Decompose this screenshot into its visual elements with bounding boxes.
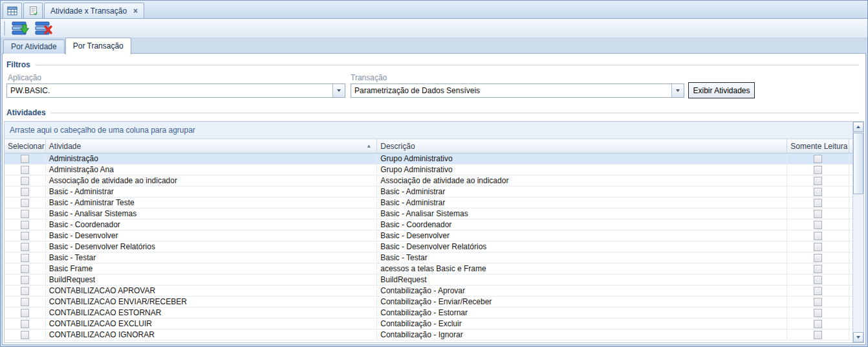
- view-tabstrip: Por Atividade Por Transação: [3, 37, 132, 54]
- scroll-up-button[interactable]: [853, 122, 863, 132]
- somente-leitura-cell: [787, 297, 849, 307]
- select-checkbox[interactable]: [21, 320, 29, 328]
- select-checkbox[interactable]: [21, 232, 29, 240]
- chevron-down-icon[interactable]: [332, 84, 345, 97]
- table-row[interactable]: Basic - CoordenadorBasic - Coordenador: [5, 219, 852, 230]
- table-row[interactable]: AdministraçãoGrupo Administrativo: [5, 153, 852, 164]
- select-checkbox[interactable]: [21, 331, 29, 339]
- sort-asc-icon: ▲: [366, 143, 371, 149]
- somente-leitura-checkbox[interactable]: [814, 188, 822, 196]
- scroll-down-button[interactable]: [853, 332, 863, 342]
- descricao-cell: Basic - Desenvolver: [377, 230, 787, 241]
- table-row[interactable]: Basic - DesenvolverBasic - Desenvolver: [5, 230, 852, 241]
- somente-leitura-cell: [787, 263, 849, 274]
- column-header-somente-leitura[interactable]: Somente Leitura: [787, 139, 849, 153]
- filtros-group: Filtros: [6, 60, 859, 69]
- transacao-combobox[interactable]: Parametrização de Dados Sensíveis: [351, 84, 684, 98]
- select-cell: [5, 153, 46, 164]
- somente-leitura-checkbox[interactable]: [814, 254, 822, 262]
- select-cell: [5, 230, 46, 241]
- tab-form-module[interactable]: [23, 3, 43, 18]
- table-row[interactable]: Basic Frameacessos a telas Basic e Frame: [5, 263, 852, 274]
- column-header-selecionar[interactable]: Selecionar: [5, 139, 46, 153]
- scrollbar-thumb[interactable]: [853, 133, 863, 194]
- descricao-cell: Basic - Coordenador: [377, 219, 787, 230]
- select-checkbox[interactable]: [21, 265, 29, 273]
- descricao-cell: Contabilização - Ignorar: [377, 330, 787, 340]
- atividade-cell: BuildRequest: [46, 274, 377, 285]
- somente-leitura-checkbox[interactable]: [814, 232, 822, 240]
- vertical-scrollbar[interactable]: [852, 122, 863, 342]
- select-checkbox[interactable]: [21, 243, 29, 251]
- somente-leitura-checkbox[interactable]: [814, 309, 822, 317]
- chevron-down-icon[interactable]: [671, 84, 684, 97]
- somente-leitura-checkbox[interactable]: [814, 243, 822, 251]
- table-row[interactable]: Associação de atividade ao indicadorAsso…: [5, 175, 852, 186]
- close-icon[interactable]: ×: [133, 7, 138, 15]
- select-checkbox[interactable]: [21, 221, 29, 229]
- somente-leitura-checkbox[interactable]: [814, 199, 822, 207]
- select-checkbox[interactable]: [21, 155, 29, 163]
- toolbar-grip[interactable]: [4, 21, 5, 36]
- somente-leitura-checkbox[interactable]: [814, 177, 822, 185]
- table-row[interactable]: Basic - TestarBasic - Testar: [5, 252, 852, 263]
- select-checkbox[interactable]: [21, 177, 29, 185]
- atividades-group-title: Atividades: [6, 108, 46, 117]
- table-row[interactable]: BuildRequestBuildRequest: [5, 274, 852, 285]
- table-row[interactable]: Basic - AdministrarBasic - Administrar: [5, 186, 852, 197]
- descricao-cell: Contabilização - Aprovar: [377, 285, 787, 296]
- somente-leitura-checkbox[interactable]: [814, 221, 822, 229]
- table-row[interactable]: Basic - Desenvolver RelatóriosBasic - De…: [5, 241, 852, 252]
- select-checkbox[interactable]: [21, 199, 29, 207]
- aplicacao-combobox[interactable]: PW.BASIC.: [6, 84, 345, 98]
- select-cell: [5, 263, 46, 274]
- somente-leitura-checkbox[interactable]: [814, 265, 822, 273]
- select-checkbox[interactable]: [21, 287, 29, 295]
- column-header-atividade[interactable]: Atividade ▲: [46, 139, 377, 153]
- somente-leitura-checkbox[interactable]: [814, 331, 822, 339]
- table-row[interactable]: Administração AnaGrupo Administrativo: [5, 164, 852, 175]
- select-cell: [5, 308, 46, 318]
- tab-grid-module[interactable]: [3, 3, 22, 18]
- table-row[interactable]: CONTABILIZACAO EXCLUIRContabilização - E…: [5, 319, 852, 330]
- table-row[interactable]: CONTABILIZACAO IGNORARContabilização - I…: [5, 330, 852, 341]
- select-checkbox[interactable]: [21, 298, 29, 306]
- somente-leitura-checkbox[interactable]: [814, 298, 822, 306]
- somente-leitura-checkbox[interactable]: [814, 276, 822, 284]
- atividade-cell: Basic - Analisar Sistemas: [46, 208, 377, 219]
- select-checkbox[interactable]: [21, 188, 29, 196]
- select-checkbox[interactable]: [21, 309, 29, 317]
- atividade-cell: CONTABILIZACAO ESTORNAR: [46, 308, 377, 318]
- somente-leitura-cell: [787, 252, 849, 263]
- somente-leitura-checkbox[interactable]: [814, 287, 822, 295]
- grid-body: Arraste aqui o cabeçalho de uma coluna p…: [5, 122, 852, 342]
- confirm-button[interactable]: [10, 20, 31, 37]
- somente-leitura-cell: [787, 197, 849, 208]
- descricao-cell: Associação de atividade ao indicador: [377, 175, 787, 186]
- column-header-descricao[interactable]: Descrição: [377, 139, 787, 153]
- select-checkbox[interactable]: [21, 276, 29, 284]
- somente-leitura-cell: [787, 164, 849, 175]
- table-row[interactable]: Basic - Administrar TesteBasic - Adminis…: [5, 197, 852, 208]
- group-by-panel[interactable]: Arraste aqui o cabeçalho de uma coluna p…: [5, 122, 852, 139]
- cancel-button[interactable]: [34, 20, 54, 37]
- exibir-atividades-button[interactable]: Exibir Atividades: [688, 82, 755, 98]
- table-row[interactable]: Basic - Analisar SistemasBasic - Analisa…: [5, 208, 852, 219]
- tab-atividade-x-transacao[interactable]: Atividade x Transação ×: [44, 3, 144, 18]
- somente-leitura-checkbox[interactable]: [814, 320, 822, 328]
- table-row[interactable]: CONTABILIZACAO APROVARContabilização - A…: [5, 285, 852, 297]
- table-row[interactable]: CONTABILIZACAO ENVIAR/RECEBERContabiliza…: [5, 297, 852, 308]
- select-checkbox[interactable]: [21, 210, 29, 218]
- somente-leitura-checkbox[interactable]: [814, 155, 822, 163]
- somente-leitura-checkbox[interactable]: [814, 210, 822, 218]
- filtros-group-title: Filtros: [6, 60, 30, 69]
- somente-leitura-cell: [787, 285, 849, 296]
- tab-por-atividade[interactable]: Por Atividade: [3, 39, 65, 54]
- table-row[interactable]: CONTABILIZACAO ESTORNARContabilização - …: [5, 308, 852, 319]
- select-checkbox[interactable]: [21, 166, 29, 174]
- tab-por-transacao[interactable]: Por Transação: [65, 38, 131, 54]
- triangle-down-icon: [856, 336, 860, 339]
- select-checkbox[interactable]: [21, 254, 29, 262]
- atividade-cell: Basic - Testar: [46, 252, 377, 263]
- somente-leitura-checkbox[interactable]: [814, 166, 822, 174]
